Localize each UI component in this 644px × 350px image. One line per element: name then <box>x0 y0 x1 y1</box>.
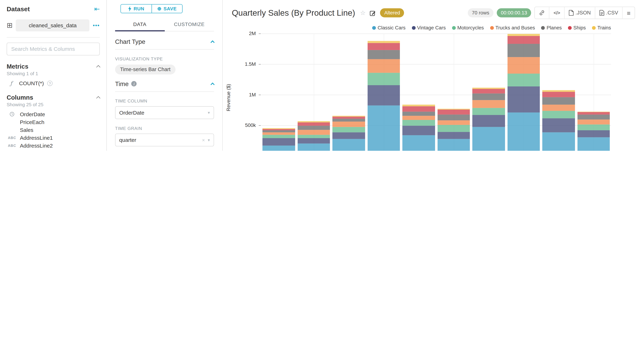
column-item[interactable]: ABCAddressLine1 <box>6 134 100 142</box>
bar-segment[interactable] <box>542 132 575 151</box>
bar-segment[interactable] <box>472 115 505 127</box>
legend-item[interactable]: Vintage Cars <box>412 25 446 30</box>
bar-segment[interactable] <box>577 112 610 115</box>
help-icon[interactable]: ? <box>47 80 52 86</box>
bar-segment[interactable] <box>402 106 435 112</box>
bar-segment[interactable] <box>507 113 540 151</box>
column-item[interactable]: PriceEach <box>6 118 100 126</box>
bar-segment[interactable] <box>262 132 295 135</box>
collapse-chart-type-icon[interactable] <box>210 40 214 44</box>
bar-segment[interactable] <box>472 89 505 93</box>
bar-segment[interactable] <box>332 132 365 139</box>
bar-segment[interactable] <box>402 104 435 106</box>
stacked-bar[interactable] <box>506 34 541 151</box>
bar-segment[interactable] <box>332 127 365 132</box>
time-column-select[interactable]: OrderDate ▾ <box>115 106 214 119</box>
bar-segment[interactable] <box>542 90 575 92</box>
bar-segment[interactable] <box>472 100 505 108</box>
bar-segment[interactable] <box>332 117 365 119</box>
favorite-star-icon[interactable]: ☆ <box>360 9 366 16</box>
column-item[interactable]: OrderDate <box>6 110 100 118</box>
bar-segment[interactable] <box>438 125 470 132</box>
bar-segment[interactable] <box>262 138 295 146</box>
bar-segment[interactable] <box>298 122 330 125</box>
legend-item[interactable]: Trains <box>592 25 611 30</box>
run-button[interactable]: RUN <box>121 5 152 13</box>
bar-segment[interactable] <box>367 41 400 43</box>
bar-segment[interactable] <box>298 130 330 135</box>
bar-segment[interactable] <box>438 139 470 151</box>
tab-data[interactable]: DATA <box>115 18 164 31</box>
bar-segment[interactable] <box>367 43 400 50</box>
save-button[interactable]: ⊕ SAVE <box>151 5 182 13</box>
bar-segment[interactable] <box>402 112 435 116</box>
stacked-bar[interactable] <box>366 41 401 151</box>
bar-segment[interactable] <box>367 73 400 85</box>
bar-segment[interactable] <box>507 36 540 44</box>
copy-link-button[interactable] <box>535 7 549 18</box>
bar-segment[interactable] <box>507 57 540 73</box>
bar-segment[interactable] <box>507 86 540 113</box>
bar-segment[interactable] <box>298 135 330 138</box>
bar-segment[interactable] <box>577 112 610 112</box>
bar-segment[interactable] <box>577 124 610 130</box>
bar-segment[interactable] <box>332 119 365 122</box>
bar-segment[interactable] <box>367 59 400 73</box>
bar-segment[interactable] <box>507 73 540 86</box>
bar-segment[interactable] <box>332 139 365 151</box>
metric-item[interactable]: ƒ COUNT(*) ? <box>6 80 100 86</box>
bar-segment[interactable] <box>577 137 610 151</box>
dataset-name[interactable]: cleaned_sales_data <box>16 19 90 31</box>
stacked-bar[interactable] <box>296 121 331 151</box>
altered-badge[interactable]: Altered <box>380 8 404 17</box>
bar-segment[interactable] <box>542 92 575 97</box>
bar-segment[interactable] <box>298 121 330 122</box>
bar-segment[interactable] <box>262 128 295 129</box>
bar-segment[interactable] <box>402 135 435 151</box>
legend-item[interactable]: Planes <box>541 25 562 30</box>
bar-segment[interactable] <box>332 122 365 127</box>
legend-item[interactable]: Ships <box>568 25 586 30</box>
bar-segment[interactable] <box>367 106 400 151</box>
bar-segment[interactable] <box>438 115 470 120</box>
bar-segment[interactable] <box>262 135 295 138</box>
stacked-bar[interactable] <box>576 112 611 151</box>
collapse-metrics-icon[interactable] <box>96 65 100 69</box>
bar-segment[interactable] <box>542 111 575 118</box>
dataset-options-icon[interactable]: ••• <box>93 22 100 28</box>
bar-segment[interactable] <box>472 88 505 89</box>
stacked-bar[interactable] <box>436 109 471 151</box>
bar-segment[interactable] <box>577 130 610 137</box>
legend-item[interactable]: Trucks and Buses <box>490 25 535 30</box>
bar-segment[interactable] <box>402 125 435 135</box>
viz-type-pill[interactable]: Time-series Bar Chart <box>115 64 175 74</box>
bar-segment[interactable] <box>438 132 470 139</box>
collapse-sidebar-icon[interactable]: ⇤ <box>94 5 100 13</box>
bar-segment[interactable] <box>367 85 400 106</box>
stacked-bar[interactable] <box>541 90 576 151</box>
bar-segment[interactable] <box>472 108 505 115</box>
collapse-time-icon[interactable] <box>210 82 214 87</box>
export-csv-button[interactable]: .CSV <box>595 7 622 18</box>
bar-segment[interactable] <box>577 114 610 119</box>
edit-title-icon[interactable] <box>370 10 376 16</box>
export-json-button[interactable]: .JSON <box>564 7 595 18</box>
legend-item[interactable]: Classic Cars <box>372 25 406 30</box>
column-item[interactable]: ABCAddressLine2 <box>6 142 100 149</box>
stacked-bar[interactable] <box>471 88 506 151</box>
embed-code-button[interactable]: </> <box>549 7 564 18</box>
stacked-bar[interactable] <box>331 116 366 151</box>
stacked-bar[interactable] <box>261 128 296 151</box>
stacked-bar[interactable] <box>401 104 436 151</box>
legend-item[interactable]: Motorcycles <box>452 25 484 30</box>
bar-segment[interactable] <box>298 126 330 130</box>
column-item[interactable]: ABCContactLastName <box>6 149 100 151</box>
tab-customize[interactable]: CUSTOMIZE <box>164 18 214 31</box>
bar-segment[interactable] <box>438 109 470 110</box>
clear-icon[interactable]: × <box>202 137 205 143</box>
bar-segment[interactable] <box>438 110 470 115</box>
bar-segment[interactable] <box>262 130 295 132</box>
bar-segment[interactable] <box>542 97 575 105</box>
bar-segment[interactable] <box>402 116 435 120</box>
chart-menu-button[interactable]: ≡ <box>622 7 634 18</box>
